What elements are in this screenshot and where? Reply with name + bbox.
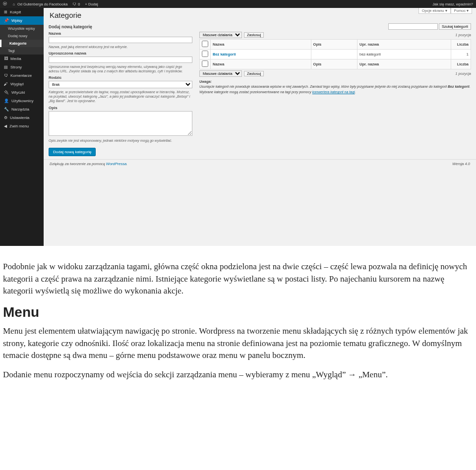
apply-button-top[interactable]: Zastosuj: [244, 32, 264, 38]
sidebar-collapse[interactable]: ◀Zwiń menu: [0, 122, 44, 130]
doc-heading-menu: Menu: [3, 304, 473, 320]
name-label: Nazwa: [49, 31, 192, 36]
comment-icon: 🗨: [72, 2, 76, 6]
col-desc[interactable]: Opis: [311, 40, 357, 50]
row-name[interactable]: Bez kategorii: [213, 52, 236, 57]
add-new-link[interactable]: + Dodaj: [85, 2, 98, 6]
item-count-bottom: 1 pozycja: [455, 71, 471, 76]
sidebar-sub-wpisy: Wszystkie wpisy Dodaj nowy Kategorie Tag…: [0, 25, 44, 55]
document-body: Podobnie jak w widoku zarządzania tagami…: [0, 246, 476, 395]
cb-all-bottom[interactable]: [202, 60, 208, 67]
sidebar-sub-add[interactable]: Dodaj nowy: [0, 32, 44, 40]
col-name[interactable]: Nazwa: [211, 40, 311, 50]
desc-label: Opis: [49, 106, 192, 110]
add-category-form: Dodaj nową kategorię Nazwa Nazwa, pod ja…: [49, 23, 192, 156]
page-icon: ▤: [4, 65, 8, 69]
row-count: 1: [451, 50, 471, 59]
bulk-select-bottom[interactable]: Masowe działania: [199, 70, 242, 77]
screen-options-tab[interactable]: Opcje ekranu ▾: [418, 8, 451, 14]
notice-heading: Uwaga:: [199, 80, 212, 83]
page-title: Kategorie: [44, 8, 476, 23]
appearance-icon: 🖌: [4, 82, 8, 86]
wordpress-link[interactable]: WordPressa: [106, 162, 126, 166]
doc-paragraph-2: Menu jest elementem ułatwiającym nawigac…: [3, 325, 473, 362]
admin-footer: Dziękuję za tworzenie za pomocą WordPres…: [44, 159, 476, 168]
sidebar-item-wpisy[interactable]: 📌Wpisy: [0, 16, 44, 25]
parent-select[interactable]: Brak: [49, 81, 192, 88]
doc-paragraph-1: Podobnie jak w widoku zarządzania tagami…: [3, 261, 473, 297]
col-count[interactable]: Liczba: [451, 40, 471, 50]
sidebar-item-kokpit[interactable]: ⊞Kokpit: [0, 8, 44, 16]
name-hint: Nazwa, pod jaką element widoczny jest na…: [49, 45, 192, 49]
col-slug[interactable]: Upr. nazwa: [357, 40, 451, 50]
notice: Uwaga: Usunięcie kategorii nie powoduje …: [199, 80, 471, 94]
users-icon: 👤: [4, 99, 9, 103]
sidebar-sub-categories[interactable]: Kategorie: [0, 40, 44, 47]
desc-textarea[interactable]: [49, 111, 192, 136]
submit-button[interactable]: Dodaj nową kategorię: [49, 148, 96, 156]
cb-row[interactable]: [202, 51, 208, 57]
bulk-select-top[interactable]: Masowe działania: [199, 32, 242, 38]
search-button[interactable]: Szukaj kategorii: [439, 23, 471, 30]
settings-icon: ⚙: [4, 116, 7, 120]
slug-hint: Uproszczona nazwa jest bezpieczną wersją…: [49, 64, 192, 73]
sidebar-item-media[interactable]: 🖼Media: [0, 55, 44, 63]
wp-admin-screenshot: ⓦ ⌂Od Gutenberga do Facebooka 🗨0 + Dodaj…: [0, 0, 476, 246]
wordpress-icon: ⓦ: [3, 1, 7, 6]
desc-hint: Opis zwykle nie jest eksponowany, jednak…: [49, 138, 192, 143]
admin-topbar: ⓦ ⌂Od Gutenberga do Facebooka 🗨0 + Dodaj…: [0, 0, 476, 8]
admin-sidebar: ⊞Kokpit 📌Wpisy Wszystkie wpisy Dodaj now…: [0, 8, 44, 246]
main-content: Opcje ekranu ▾ Pomoc ▾ Kategorie Dodaj n…: [44, 8, 476, 246]
form-heading: Dodaj nową kategorię: [49, 24, 192, 29]
site-name: Od Gutenberga do Facebooka: [17, 2, 67, 6]
site-link[interactable]: ⌂Od Gutenberga do Facebooka: [12, 2, 67, 6]
sidebar-item-narzedzia[interactable]: 🔧Narzędzia: [0, 105, 44, 114]
comments-count: 0: [78, 2, 80, 6]
greeting[interactable]: Jak się masz, wpadmin?: [432, 2, 473, 6]
sidebar-sub-all[interactable]: Wszystkie wpisy: [0, 25, 44, 32]
comment-icon: 🗨: [4, 73, 8, 78]
apply-button-bottom[interactable]: Zastosuj: [244, 71, 264, 76]
sidebar-item-ustawienia[interactable]: ⚙Ustawienia: [0, 114, 44, 122]
table-row[interactable]: Bez kategorii bez-kategorii 1: [200, 50, 471, 59]
sidebar-item-wyglad[interactable]: 🖌Wygląd: [0, 80, 44, 88]
converter-link[interactable]: konwertera kategorii na tagi: [312, 90, 355, 94]
sidebar-sub-tags[interactable]: Tagi: [0, 47, 44, 55]
version-label: Wersja 4.0: [452, 162, 470, 166]
category-list: Szukaj kategorii Masowe działania Zastos…: [199, 23, 471, 156]
sidebar-item-strony[interactable]: ▤Strony: [0, 63, 44, 71]
pin-icon: 📌: [4, 18, 9, 23]
doc-paragraph-3: Dodanie menu rozpoczynamy od wejścia do …: [3, 369, 473, 381]
cb-all-top[interactable]: [202, 41, 208, 47]
parent-label: Rodzic: [49, 75, 192, 80]
name-input[interactable]: [49, 37, 192, 43]
slug-input[interactable]: [49, 57, 192, 63]
search-input[interactable]: [388, 23, 438, 30]
sidebar-item-wtyczki[interactable]: 🔌Wtyczki: [0, 88, 44, 97]
collapse-icon: ◀: [4, 124, 7, 128]
row-desc: [311, 50, 357, 59]
dashboard-icon: ⊞: [4, 10, 7, 14]
wp-logo[interactable]: ⓦ: [3, 1, 7, 6]
slug-label: Uproszczona nazwa: [49, 51, 192, 56]
home-icon: ⌂: [12, 2, 16, 6]
sidebar-item-uzytkownicy[interactable]: 👤Użytkownicy: [0, 97, 44, 105]
sidebar-item-komentarze[interactable]: 🗨Komentarze: [0, 71, 44, 80]
categories-table: Nazwa Opis Upr. nazwa Liczba Bez kategor…: [199, 39, 471, 69]
help-tab[interactable]: Pomoc ▾: [451, 8, 472, 14]
comments-link[interactable]: 🗨0: [72, 2, 80, 6]
item-count-top: 1 pozycja: [455, 33, 471, 37]
add-label: + Dodaj: [85, 2, 98, 6]
parent-hint: Kategorie, w przeciwieństwie do tagów, m…: [49, 90, 192, 103]
tools-icon: 🔧: [4, 107, 9, 112]
media-icon: 🖼: [4, 57, 8, 61]
plugin-icon: 🔌: [4, 90, 9, 95]
row-slug: bez-kategorii: [357, 50, 451, 59]
